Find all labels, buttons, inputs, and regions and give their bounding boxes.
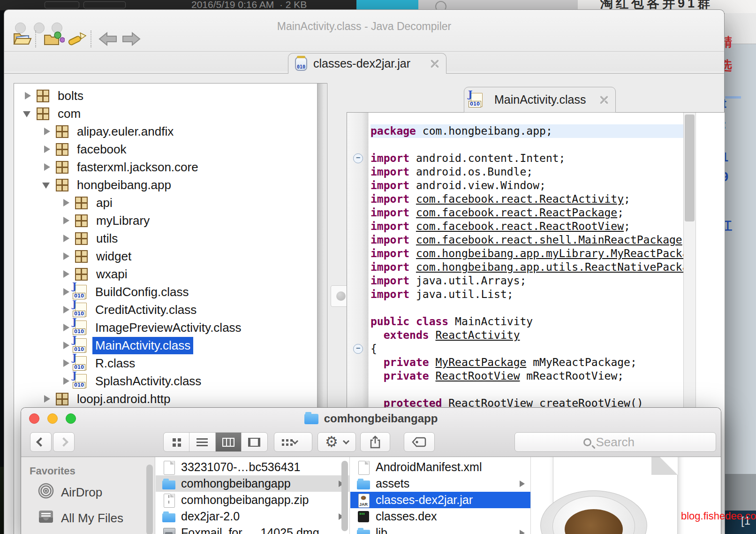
chevron-right-icon — [59, 437, 68, 447]
icon-view-button[interactable] — [164, 433, 189, 451]
file-item[interactable]: lib — [350, 525, 530, 534]
tree-item[interactable]: J010CreditActivity.class — [14, 301, 317, 319]
tree-item[interactable]: bolts — [14, 87, 317, 105]
tree-item[interactable]: J010SplashActivity.class — [14, 372, 317, 390]
code-link[interactable]: com.hongbeibang.app.myLibrary.MyReactPac… — [416, 247, 683, 259]
tree-item-label: wxapi — [93, 266, 130, 283]
expand-arrow-icon[interactable] — [58, 212, 75, 229]
code-gutter — [347, 260, 370, 274]
arrange-button[interactable] — [274, 432, 312, 452]
collapse-arrow-icon[interactable] — [39, 176, 56, 194]
tree-item[interactable]: facebook — [14, 140, 317, 158]
expand-arrow-icon[interactable] — [20, 87, 37, 105]
forward-button[interactable] — [53, 432, 75, 452]
code-link[interactable]: MyReactPackage — [436, 356, 527, 368]
expand-arrow-icon[interactable] — [39, 140, 56, 158]
fold-icon[interactable] — [347, 152, 370, 165]
expand-arrow-icon[interactable] — [39, 390, 56, 408]
package-icon — [37, 90, 49, 102]
tree-item[interactable]: com — [14, 105, 317, 122]
close-tab-icon[interactable] — [599, 95, 609, 105]
airdrop-icon — [38, 483, 54, 499]
tree-item[interactable]: utils — [14, 229, 317, 247]
file-item[interactable]: Foxmail_for_…14025.dmg — [156, 525, 349, 534]
expand-arrow-icon[interactable] — [39, 158, 56, 176]
tree-item[interactable]: api — [14, 194, 317, 212]
search-input[interactable] — [596, 435, 648, 450]
code-line: import com.hongbeibang.app.myLibrary.MyR… — [347, 247, 683, 260]
zip-icon — [162, 493, 175, 507]
expand-arrow-icon[interactable] — [58, 194, 75, 212]
tree-item[interactable]: wxapi — [14, 265, 317, 283]
jar-file-icon — [295, 57, 307, 71]
file-item[interactable]: AndroidManifest.xml — [350, 459, 530, 475]
open-file-button[interactable] — [11, 29, 34, 49]
grid-view-icon — [173, 438, 176, 442]
tree-item[interactable]: widget — [14, 247, 317, 265]
class-icon: J010 — [75, 338, 87, 352]
tab-mainactivity-class[interactable]: J010 MainActivity.class — [464, 87, 616, 113]
tree-item[interactable]: J010ImagePreviewActivity.class — [14, 319, 317, 336]
back-button[interactable] — [30, 432, 52, 452]
code-gutter — [347, 124, 370, 138]
fold-icon[interactable] — [347, 342, 370, 356]
share-button[interactable] — [360, 432, 390, 452]
sidebar-scrollbar-thumb[interactable] — [146, 465, 153, 534]
file-item[interactable]: comhongbeibangapp — [156, 475, 349, 492]
column-scrollbar-thumb[interactable] — [341, 461, 348, 531]
code-link[interactable]: com.facebook.react.ReactPackage — [416, 206, 617, 219]
column-view-button[interactable] — [216, 433, 242, 451]
tree-item[interactable]: J010MainActivity.class — [14, 336, 317, 354]
tree-item[interactable]: J010R.class — [14, 354, 317, 372]
tree-item[interactable]: loopj.android.http — [14, 390, 317, 408]
tree-item[interactable]: myLibrary — [14, 212, 317, 229]
back-button[interactable] — [96, 29, 120, 49]
sidebar-item-all-my-files[interactable]: All My Files — [21, 505, 155, 531]
code-line — [347, 138, 683, 152]
file-item[interactable]: assets — [350, 475, 530, 492]
forward-button[interactable] — [120, 29, 143, 49]
sidebar-item-airdrop[interactable]: AirDrop — [21, 480, 155, 505]
code-line: private ReactRootView mReactRootView; — [347, 369, 683, 383]
code-link[interactable]: com.facebook.react.ReactRootView — [416, 220, 624, 232]
tab-classes-dex2jar[interactable]: classes-dex2jar.jar — [288, 53, 446, 74]
tree-item-label: myLibrary — [93, 212, 152, 229]
tree-item[interactable]: hongbeibang.app — [14, 176, 317, 194]
code-line — [347, 301, 683, 315]
tree-item-label: hongbeibang.app — [74, 176, 174, 194]
dmg-icon — [162, 526, 175, 534]
package-icon — [56, 143, 68, 156]
code-link[interactable]: ReactActivity — [436, 329, 520, 341]
finder-preview-column — [531, 457, 721, 534]
tag-button[interactable] — [404, 432, 435, 452]
list-view-button[interactable] — [189, 433, 215, 451]
code-link[interactable]: com.facebook.react.shell.MainReactPackag… — [416, 234, 682, 246]
search-button[interactable] — [66, 29, 89, 49]
action-menu-button[interactable]: ⚙ — [318, 432, 356, 452]
close-tab-icon[interactable] — [430, 59, 439, 69]
expand-arrow-icon[interactable] — [39, 122, 56, 140]
package-icon — [56, 125, 68, 138]
chevron-left-icon — [36, 437, 45, 447]
coverflow-view-button[interactable] — [242, 433, 267, 451]
expand-arrow-icon[interactable] — [58, 229, 75, 247]
code-gutter — [347, 165, 370, 179]
open-type-icon — [43, 31, 65, 47]
file-item[interactable]: classes.dex — [350, 508, 530, 525]
tree-item[interactable]: fasterxml.jackson.core — [14, 158, 317, 176]
collapse-arrow-icon[interactable] — [20, 105, 37, 122]
code-link[interactable]: ReactRootView — [436, 370, 520, 382]
code-link[interactable]: com.hongbeibang.app.utils.ReactNativePac… — [416, 261, 683, 273]
search-field[interactable] — [514, 432, 716, 452]
tag-icon — [412, 436, 427, 448]
file-item[interactable]: 33231070-…bc536431 — [156, 459, 349, 475]
expand-arrow-icon[interactable] — [58, 247, 75, 265]
open-type-button[interactable] — [42, 29, 66, 49]
code-scrollbar-thumb[interactable] — [685, 114, 695, 221]
code-link[interactable]: com.facebook.react.ReactActivity — [416, 193, 624, 205]
file-item[interactable]: JARclasses-dex2jar.jar — [350, 492, 530, 508]
tree-item[interactable]: alipay.euler.andfix — [14, 122, 317, 140]
file-item[interactable]: comhongbeibangapp.zip — [156, 492, 349, 508]
file-item[interactable]: dex2jar-2.0 — [156, 508, 349, 525]
tree-item[interactable]: J010BuildConfig.class — [14, 283, 317, 301]
